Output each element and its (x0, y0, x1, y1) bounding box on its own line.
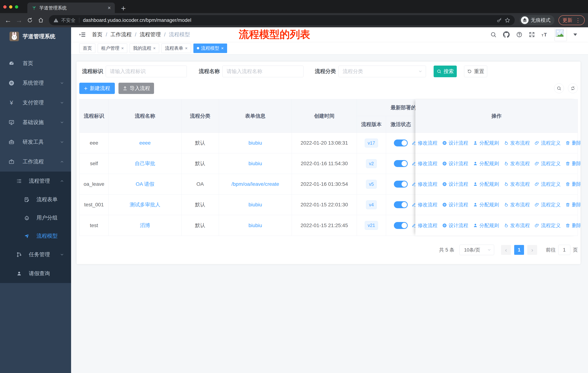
action-删除-link[interactable]: 删除 (565, 202, 580, 208)
tag-首页[interactable]: 首页 (79, 43, 95, 53)
form-info-link[interactable]: biubiu (248, 140, 262, 146)
model-name-link[interactable]: 滔博 (140, 222, 150, 229)
create-process-button[interactable]: + 新建流程 (79, 83, 115, 94)
action-流程定义-link[interactable]: 流程定义 (535, 202, 561, 208)
active-toggle[interactable] (394, 160, 408, 167)
forward-button[interactable]: → (14, 15, 24, 25)
password-key-icon[interactable] (496, 18, 502, 23)
category-select[interactable]: 流程分类 (338, 66, 426, 77)
sidebar-item-工作流程[interactable]: 工作流程 (0, 152, 71, 171)
page-1-button[interactable]: 1 (514, 245, 524, 255)
show-search-button[interactable] (554, 83, 564, 93)
form-info-link[interactable]: /bpm/oa/leave/create (231, 181, 279, 187)
process-name-input[interactable] (222, 66, 304, 77)
sidebar-item-任务管理[interactable]: 任务管理 (0, 245, 71, 264)
font-size-icon[interactable]: TT (541, 31, 548, 38)
tag-close-icon[interactable]: × (221, 46, 224, 51)
hamburger-icon[interactable] (79, 31, 86, 38)
active-toggle[interactable] (394, 222, 408, 229)
close-window-button[interactable] (3, 5, 7, 9)
github-icon[interactable] (503, 31, 510, 38)
minimize-window-button[interactable] (9, 5, 12, 9)
action-删除-link[interactable]: 删除 (565, 181, 580, 187)
model-name-link[interactable]: eeee (139, 140, 151, 146)
action-发布流程-link[interactable]: 发布流程 (504, 222, 530, 229)
action-设计流程-link[interactable]: 设计流程 (442, 160, 468, 167)
tag-流程模型[interactable]: 流程模型× (193, 43, 227, 53)
browser-tab[interactable]: 芋道管理系统 × (27, 2, 115, 13)
action-设计流程-link[interactable]: 设计流程 (442, 202, 468, 208)
process-id-input[interactable] (106, 66, 187, 77)
search-button[interactable]: 搜索 (434, 66, 457, 77)
next-page-button[interactable]: › (527, 245, 537, 255)
action-删除-link[interactable]: 删除 (565, 140, 580, 146)
action-发布流程-link[interactable]: 发布流程 (504, 181, 530, 187)
avatar-caret-icon[interactable] (573, 33, 577, 36)
action-分配规则-link[interactable]: 分配规则 (473, 140, 499, 146)
action-发布流程-link[interactable]: 发布流程 (504, 202, 530, 208)
action-修改流程-link[interactable]: 修改流程 (411, 202, 437, 208)
fullscreen-icon[interactable] (529, 32, 535, 38)
bookmark-star-icon[interactable] (504, 17, 510, 23)
breadcrumb-item[interactable]: 首页 (92, 31, 102, 38)
tag-流程表单[interactable]: 流程表单× (161, 43, 191, 53)
active-toggle[interactable] (394, 140, 408, 146)
model-name-link[interactable]: 测试多审批人 (130, 201, 160, 208)
browser-menu-icon[interactable]: ⋮ (575, 17, 581, 23)
sidebar-item-支付管理[interactable]: ¥支付管理 (0, 93, 71, 112)
action-分配规则-link[interactable]: 分配规则 (473, 181, 499, 187)
reload-button[interactable] (25, 15, 35, 25)
action-修改流程-link[interactable]: 修改流程 (411, 222, 437, 229)
action-修改流程-link[interactable]: 修改流程 (411, 140, 437, 146)
action-流程定义-link[interactable]: 流程定义 (535, 140, 561, 146)
help-icon[interactable] (516, 31, 522, 38)
action-流程定义-link[interactable]: 流程定义 (535, 222, 561, 229)
action-分配规则-link[interactable]: 分配规则 (473, 160, 499, 167)
action-流程定义-link[interactable]: 流程定义 (535, 160, 561, 167)
prev-page-button[interactable]: ‹ (501, 245, 511, 255)
action-分配规则-link[interactable]: 分配规则 (473, 202, 499, 208)
sidebar-item-流程模型[interactable]: 流程模型 (0, 227, 71, 245)
sidebar-item-系统管理[interactable]: 系统管理 (0, 73, 71, 93)
page-size-select[interactable]: 10条/页 (460, 245, 494, 255)
import-process-button[interactable]: 导入流程 (118, 83, 154, 94)
sidebar-item-研发工具[interactable]: 研发工具 (0, 132, 71, 152)
back-button[interactable]: ← (3, 15, 13, 25)
sidebar-item-流程管理[interactable]: 流程管理 (0, 171, 71, 191)
sidebar-item-请假查询[interactable]: 请假查询 (0, 264, 71, 283)
search-icon[interactable] (490, 31, 496, 38)
security-warning-icon[interactable] (53, 18, 59, 23)
action-删除-link[interactable]: 删除 (565, 160, 580, 167)
refresh-table-button[interactable] (568, 83, 578, 93)
model-name-link[interactable]: OA 请假 (136, 181, 154, 188)
action-设计流程-link[interactable]: 设计流程 (442, 222, 468, 229)
tag-close-icon[interactable]: × (153, 46, 156, 51)
action-发布流程-link[interactable]: 发布流程 (504, 140, 530, 146)
action-修改流程-link[interactable]: 修改流程 (411, 181, 437, 187)
tab-close-icon[interactable]: × (107, 5, 111, 10)
sidebar-item-用户分组[interactable]: 用户分组 (0, 209, 71, 227)
user-avatar[interactable] (555, 28, 567, 41)
reset-button[interactable]: 重置 (464, 66, 487, 77)
tag-close-icon[interactable]: × (121, 46, 124, 51)
action-设计流程-link[interactable]: 设计流程 (442, 181, 468, 187)
action-流程定义-link[interactable]: 流程定义 (535, 181, 561, 187)
action-设计流程-link[interactable]: 设计流程 (442, 140, 468, 146)
tag-我的流程[interactable]: 我的流程× (130, 43, 159, 53)
sidebar-item-基础设施[interactable]: 基础设施 (0, 112, 71, 132)
new-tab-button[interactable]: + (121, 4, 126, 12)
tag-close-icon[interactable]: × (185, 46, 188, 51)
active-toggle[interactable] (394, 201, 408, 208)
form-info-link[interactable]: biubiu (248, 222, 262, 228)
action-修改流程-link[interactable]: 修改流程 (411, 160, 437, 167)
sidebar-item-首页[interactable]: 首页 (0, 53, 71, 73)
zoom-window-button[interactable] (15, 5, 18, 9)
browser-update-button[interactable]: 更新 ⋮ (558, 15, 585, 25)
sidebar-item-流程表单[interactable]: 流程表单 (0, 191, 71, 209)
address-bar[interactable]: 不安全 dashboard.yudao.iocoder.cn/bpm/manag… (49, 15, 515, 25)
home-button[interactable] (36, 15, 46, 25)
goto-page-input[interactable] (558, 245, 570, 255)
action-删除-link[interactable]: 删除 (565, 222, 580, 229)
tag-租户管理[interactable]: 租户管理× (98, 43, 127, 53)
active-toggle[interactable] (394, 181, 408, 188)
